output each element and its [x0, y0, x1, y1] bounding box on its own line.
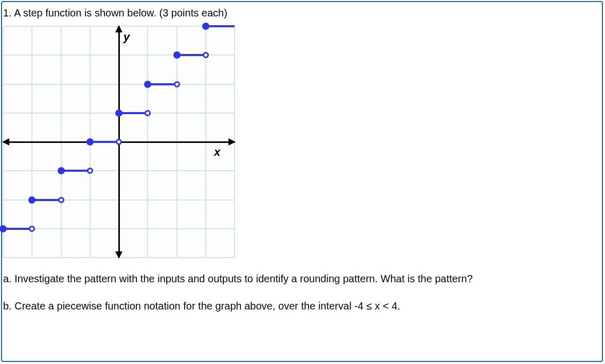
question-title: 1. A step function is shown below. (3 po… [2, 7, 602, 19]
closed-dot [173, 51, 181, 59]
step-segment [119, 112, 148, 114]
closed-dot [58, 167, 65, 174]
y-axis-label: y [123, 30, 130, 44]
y-axis-arrow-down [115, 251, 122, 259]
closed-dot [28, 196, 35, 204]
step-segment [3, 228, 32, 230]
y-axis-arrow-up [115, 25, 122, 32]
x-axis-arrow-left [2, 138, 9, 145]
closed-dot [202, 23, 209, 30]
chart-wrap: yx [2, 26, 602, 258]
closed-dot [0, 225, 7, 232]
step-segment [61, 170, 90, 172]
step-function-chart: yx [3, 26, 235, 258]
open-dot [174, 81, 180, 87]
open-dot [58, 197, 64, 203]
question-text: A step function is shown below. (3 point… [14, 7, 227, 19]
open-dot [87, 168, 93, 174]
open-dot [116, 139, 122, 145]
step-segment [177, 54, 206, 56]
open-dot [203, 52, 209, 58]
x-axis-arrow-right [228, 138, 236, 145]
step-segment [206, 25, 235, 27]
closed-dot [144, 81, 151, 88]
closed-dot [86, 138, 94, 145]
step-segment [32, 199, 61, 201]
question-number: 1. [3, 7, 12, 19]
x-axis-label: x [214, 145, 220, 159]
step-segment [90, 141, 119, 143]
step-segment [148, 83, 176, 85]
sub-question-a: a. Investigate the pattern with the inpu… [2, 273, 602, 285]
open-dot [29, 226, 35, 232]
open-dot [145, 110, 151, 116]
closed-dot [115, 110, 122, 117]
sub-question-b: b. Create a piecewise function notation … [2, 300, 602, 312]
question-card: 1. A step function is shown below. (3 po… [1, 1, 603, 362]
